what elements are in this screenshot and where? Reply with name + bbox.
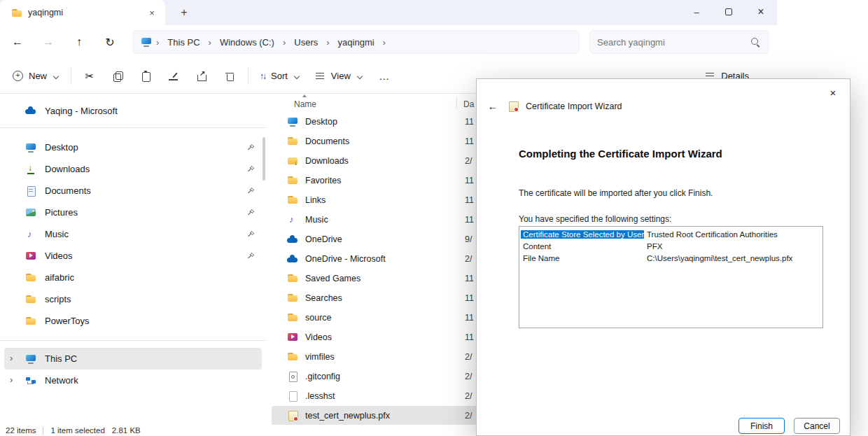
paste-button[interactable]	[132, 64, 160, 89]
sort-button[interactable]: Sort	[253, 64, 307, 89]
tab-close-icon[interactable]	[144, 5, 160, 20]
sidebar-item-documents[interactable]: Documents	[4, 180, 262, 202]
copy-icon	[112, 71, 123, 82]
cancel-button[interactable]: Cancel	[794, 418, 840, 434]
sidebar-item-aifabric[interactable]: aifabric	[4, 267, 262, 288]
column-divider[interactable]	[456, 97, 457, 108]
view-label: View	[331, 71, 351, 81]
folder-icon	[25, 294, 36, 305]
forward-button[interactable]	[35, 29, 62, 55]
settings-row[interactable]: File Name C:\Users\yaqingmi\test_cert_ne…	[521, 252, 821, 264]
sidebar-item-powertoys[interactable]: PowerToys	[4, 310, 262, 332]
sidebar-item-label: Yaqing - Microsoft	[45, 106, 118, 116]
sidebar-item-downloads[interactable]: Downloads	[4, 158, 262, 180]
cut-button[interactable]	[76, 64, 104, 89]
pictures-icon	[25, 207, 36, 218]
file-date: 2/	[465, 411, 472, 421]
sidebar-item-label: Videos	[45, 251, 73, 261]
search-input[interactable]	[597, 37, 750, 48]
delete-button[interactable]	[216, 64, 244, 89]
cloud-icon	[287, 253, 298, 265]
breadcrumb-windows-c[interactable]: Windows (C:)	[216, 37, 279, 48]
refresh-button[interactable]	[97, 29, 123, 55]
folder-icon	[287, 195, 298, 206]
status-divider	[43, 427, 43, 435]
file-date: 2/	[465, 391, 472, 401]
chevron-right-icon[interactable]	[10, 374, 13, 385]
cloud-icon	[287, 234, 298, 245]
sort-icon	[260, 71, 265, 81]
column-header-date[interactable]: Da	[463, 99, 474, 109]
sidebar-item-label: Documents	[45, 185, 91, 196]
navigation-pane: Yaqing - Microsoft Desktop Downloads Doc…	[0, 94, 266, 425]
selection-size: 2.81 KB	[112, 426, 141, 435]
breadcrumb-this-pc[interactable]: This PC	[163, 37, 204, 48]
file-date: 11	[465, 293, 474, 303]
maximize-icon	[725, 8, 732, 15]
music-icon	[25, 229, 36, 240]
breadcrumb-users[interactable]: Users	[290, 37, 322, 48]
sidebar-item-label: Downloads	[45, 164, 90, 174]
music-icon	[287, 214, 298, 225]
folder-icon	[287, 175, 298, 186]
dialog-close-button[interactable]	[822, 83, 844, 101]
sidebar-item-desktop[interactable]: Desktop	[4, 136, 262, 158]
new-tab-button[interactable]	[174, 3, 195, 22]
search-icon	[750, 36, 761, 48]
copy-button[interactable]	[104, 64, 132, 89]
document-icon	[25, 185, 36, 197]
close-button[interactable]	[745, 0, 777, 24]
view-button[interactable]: View	[307, 64, 370, 89]
pin-icon	[247, 143, 255, 151]
dialog-back-button[interactable]	[485, 100, 500, 112]
folder-download-icon	[287, 155, 298, 167]
settings-row[interactable]: Certificate Store Selected by User Trust…	[521, 228, 821, 240]
settings-list[interactable]: Certificate Store Selected by User Trust…	[519, 226, 823, 328]
sidebar-item-label: scripts	[45, 294, 71, 304]
rename-button[interactable]	[160, 64, 188, 89]
tab-bar: yaqingmi	[0, 0, 777, 25]
column-header-name[interactable]: Name	[294, 99, 316, 109]
videos-icon	[25, 251, 36, 262]
file-name: Music	[305, 215, 328, 225]
file-name: Links	[305, 195, 326, 205]
sidebar-scrollbar[interactable]	[262, 137, 265, 181]
sidebar-item-onedrive[interactable]: Yaqing - Microsoft	[4, 99, 262, 122]
sidebar-item-pictures[interactable]: Pictures	[4, 202, 262, 223]
sidebar-item-scripts[interactable]: scripts	[4, 288, 262, 310]
file-name: .gitconfig	[305, 372, 340, 381]
sort-label: Sort	[271, 71, 288, 81]
share-icon	[196, 71, 207, 82]
sidebar-item-music[interactable]: Music	[4, 223, 262, 245]
sidebar-item-label: Music	[45, 229, 69, 239]
sidebar-item-videos[interactable]: Videos	[4, 245, 262, 267]
sidebar-item-network[interactable]: Network	[4, 370, 262, 391]
pin-icon	[247, 230, 255, 238]
selection-count: 1 item selected	[50, 426, 104, 435]
dialog-header: Certificate Import Wizard	[485, 100, 622, 112]
file-name: Searches	[305, 293, 342, 303]
minimize-button[interactable]	[680, 0, 713, 24]
back-button[interactable]	[4, 29, 31, 55]
setting-key: Certificate Store Selected by User	[521, 230, 644, 239]
breadcrumb-yaqingmi[interactable]: yaqingmi	[334, 37, 379, 48]
sidebar-item-label: aifabric	[45, 272, 74, 283]
more-options-button[interactable]	[370, 64, 398, 89]
new-button[interactable]: New	[6, 64, 66, 89]
sidebar-item-this-pc[interactable]: This PC	[4, 348, 262, 370]
search-box[interactable]	[589, 30, 769, 54]
share-button[interactable]	[188, 64, 216, 89]
explorer-tab[interactable]: yaqingmi	[0, 0, 165, 25]
file-date: 2/	[465, 372, 472, 381]
tab-title: yaqingmi	[28, 8, 137, 17]
finish-button[interactable]: Finish	[738, 418, 785, 434]
view-icon	[314, 71, 326, 82]
up-button[interactable]	[66, 29, 92, 55]
chevron-right-icon[interactable]	[10, 353, 13, 363]
desktop-icon	[25, 142, 36, 153]
sort-ascending-icon	[302, 94, 307, 97]
maximize-button[interactable]	[713, 0, 745, 24]
address-bar[interactable]: This PC Windows (C:) Users yaqingmi	[133, 30, 580, 54]
setting-key: Content	[521, 242, 644, 251]
settings-row[interactable]: Content PFX	[521, 240, 821, 252]
